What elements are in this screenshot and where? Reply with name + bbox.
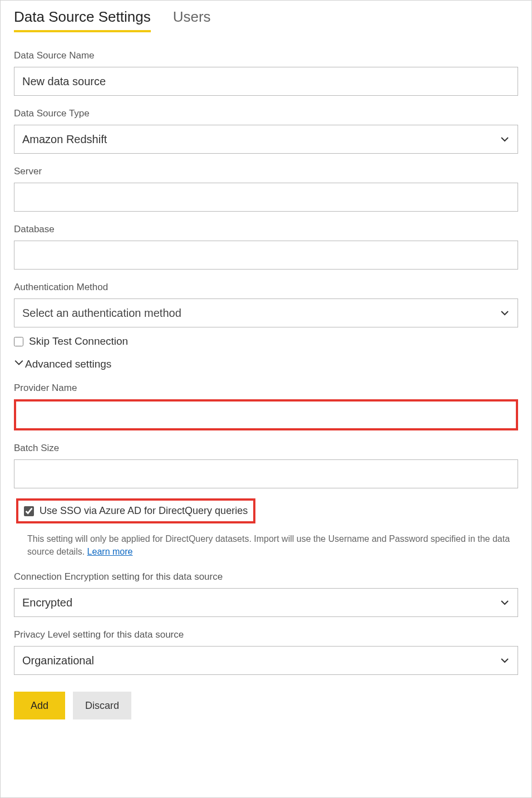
select-auth-method[interactable]: Select an authentication method [14, 298, 518, 327]
label-server: Server [14, 166, 518, 177]
tab-data-source-settings[interactable]: Data Source Settings [14, 5, 151, 32]
field-privacy: Privacy Level setting for this data sour… [14, 629, 518, 675]
checkbox-skip-test[interactable] [14, 337, 23, 346]
field-data-source-name: Data Source Name [14, 50, 518, 96]
button-row: Add Discard [14, 692, 518, 719]
field-auth-method: Authentication Method Select an authenti… [14, 282, 518, 327]
label-encryption: Connection Encryption setting for this d… [14, 571, 518, 582]
field-skip-test: Skip Test Connection [14, 335, 518, 347]
add-button[interactable]: Add [14, 692, 65, 719]
sso-note: This setting will only be applied for Di… [27, 532, 518, 558]
field-provider-name: Provider Name [14, 383, 518, 430]
input-server[interactable] [14, 183, 518, 212]
input-provider-name[interactable] [17, 403, 515, 427]
field-batch-size: Batch Size [14, 443, 518, 488]
input-data-source-name[interactable] [14, 67, 518, 96]
select-encryption[interactable]: Encrypted [14, 588, 518, 617]
input-database[interactable] [14, 241, 518, 270]
tabs: Data Source Settings Users [1, 1, 531, 32]
label-skip-test: Skip Test Connection [29, 335, 128, 347]
sso-highlight: Use SSO via Azure AD for DirectQuery que… [16, 498, 255, 523]
advanced-settings-toggle[interactable]: Advanced settings [14, 358, 518, 370]
data-source-panel: Data Source Settings Users Data Source N… [0, 0, 532, 798]
select-privacy[interactable]: Organizational [14, 646, 518, 675]
field-data-source-type: Data Source Type Amazon Redshift [14, 108, 518, 154]
form: Data Source Name Data Source Type Amazon… [1, 32, 531, 719]
input-batch-size[interactable] [14, 459, 518, 488]
field-server: Server [14, 166, 518, 212]
label-privacy: Privacy Level setting for this data sour… [14, 629, 518, 640]
label-sso: Use SSO via Azure AD for DirectQuery que… [40, 505, 248, 517]
discard-button[interactable]: Discard [73, 692, 131, 719]
label-data-source-name: Data Source Name [14, 50, 518, 61]
label-data-source-type: Data Source Type [14, 108, 518, 119]
field-encryption: Connection Encryption setting for this d… [14, 571, 518, 617]
tab-users[interactable]: Users [173, 5, 211, 32]
checkbox-sso[interactable] [24, 506, 34, 516]
advanced-settings-label: Advanced settings [25, 358, 111, 370]
provider-name-highlight [14, 399, 518, 430]
chevron-down-icon [14, 358, 24, 370]
select-data-source-type[interactable]: Amazon Redshift [14, 125, 518, 154]
label-database: Database [14, 224, 518, 235]
learn-more-link[interactable]: Learn more [87, 547, 133, 556]
label-batch-size: Batch Size [14, 443, 518, 454]
label-provider-name: Provider Name [14, 383, 518, 394]
field-database: Database [14, 224, 518, 270]
label-auth-method: Authentication Method [14, 282, 518, 293]
